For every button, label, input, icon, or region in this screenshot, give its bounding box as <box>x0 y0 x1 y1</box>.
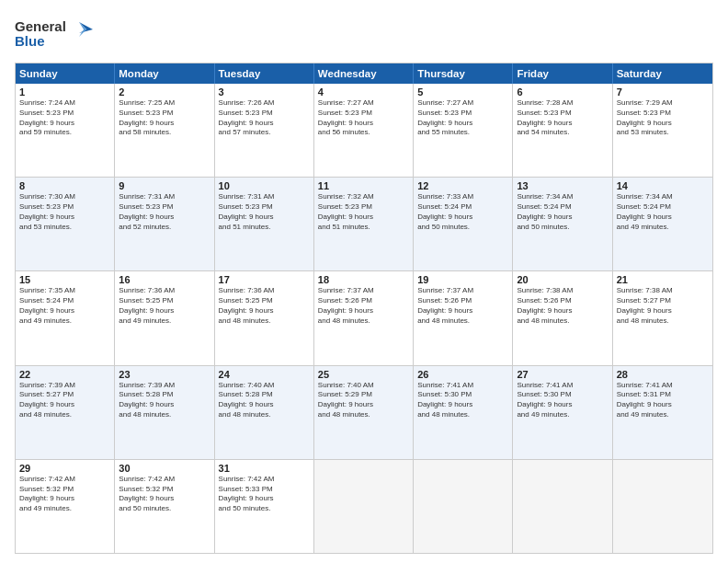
calendar-body: 1Sunrise: 7:24 AMSunset: 5:23 PMDaylight… <box>16 84 712 553</box>
day-number: 11 <box>318 180 409 191</box>
calendar-day: 18Sunrise: 7:37 AMSunset: 5:26 PMDayligh… <box>314 271 414 364</box>
day-number: 12 <box>417 180 508 191</box>
day-info: Sunrise: 7:37 AMSunset: 5:26 PMDaylight:… <box>318 286 409 326</box>
svg-text:Blue: Blue <box>15 33 45 49</box>
day-number: 28 <box>617 369 709 380</box>
day-number: 26 <box>417 369 508 380</box>
day-info: Sunrise: 7:32 AMSunset: 5:23 PMDaylight:… <box>318 192 409 232</box>
day-info: Sunrise: 7:25 AMSunset: 5:23 PMDaylight:… <box>119 98 210 138</box>
day-number: 2 <box>119 86 210 98</box>
day-info: Sunrise: 7:41 AMSunset: 5:31 PMDaylight:… <box>617 381 709 420</box>
logo-text: General Blue <box>15 15 97 55</box>
calendar-week: 22Sunrise: 7:39 AMSunset: 5:27 PMDayligh… <box>16 366 712 460</box>
calendar-day: 24Sunrise: 7:40 AMSunset: 5:28 PMDayligh… <box>215 366 314 459</box>
calendar-week: 8Sunrise: 7:30 AMSunset: 5:23 PMDaylight… <box>16 178 712 271</box>
calendar-day: 3Sunrise: 7:26 AMSunset: 5:23 PMDaylight… <box>215 84 314 177</box>
calendar-day: 4Sunrise: 7:27 AMSunset: 5:23 PMDaylight… <box>314 84 414 177</box>
day-number: 22 <box>19 369 110 380</box>
day-info: Sunrise: 7:28 AMSunset: 5:23 PMDaylight:… <box>517 98 608 138</box>
day-info: Sunrise: 7:30 AMSunset: 5:23 PMDaylight:… <box>19 192 110 232</box>
day-info: Sunrise: 7:34 AMSunset: 5:24 PMDaylight:… <box>617 192 709 232</box>
empty-cell <box>613 460 712 553</box>
day-info: Sunrise: 7:31 AMSunset: 5:23 PMDaylight:… <box>219 192 310 232</box>
calendar-day: 9Sunrise: 7:31 AMSunset: 5:23 PMDaylight… <box>115 178 214 270</box>
calendar-day: 14Sunrise: 7:34 AMSunset: 5:24 PMDayligh… <box>613 178 712 270</box>
day-number: 30 <box>119 463 210 474</box>
day-info: Sunrise: 7:39 AMSunset: 5:28 PMDaylight:… <box>119 381 210 420</box>
day-number: 23 <box>119 369 210 380</box>
day-number: 16 <box>119 274 210 285</box>
day-number: 3 <box>219 86 310 98</box>
calendar-day: 22Sunrise: 7:39 AMSunset: 5:27 PMDayligh… <box>16 366 115 459</box>
calendar-day: 11Sunrise: 7:32 AMSunset: 5:23 PMDayligh… <box>314 178 414 270</box>
calendar-day: 26Sunrise: 7:41 AMSunset: 5:30 PMDayligh… <box>414 366 513 459</box>
day-info: Sunrise: 7:41 AMSunset: 5:30 PMDaylight:… <box>417 381 508 420</box>
calendar-day: 31Sunrise: 7:42 AMSunset: 5:33 PMDayligh… <box>215 460 314 553</box>
calendar-header: SundayMondayTuesdayWednesdayThursdayFrid… <box>16 63 712 84</box>
header-day: Friday <box>513 63 612 84</box>
day-info: Sunrise: 7:40 AMSunset: 5:28 PMDaylight:… <box>219 381 310 420</box>
calendar-day: 1Sunrise: 7:24 AMSunset: 5:23 PMDaylight… <box>16 84 115 177</box>
day-number: 4 <box>318 86 409 98</box>
calendar-day: 8Sunrise: 7:30 AMSunset: 5:23 PMDaylight… <box>16 178 115 270</box>
calendar-day: 25Sunrise: 7:40 AMSunset: 5:29 PMDayligh… <box>314 366 414 459</box>
calendar-day: 21Sunrise: 7:38 AMSunset: 5:27 PMDayligh… <box>613 271 712 364</box>
day-info: Sunrise: 7:34 AMSunset: 5:24 PMDaylight:… <box>517 192 608 232</box>
day-number: 8 <box>19 180 110 191</box>
header: General Blue <box>15 15 713 55</box>
day-info: Sunrise: 7:38 AMSunset: 5:26 PMDaylight:… <box>517 286 608 326</box>
day-number: 21 <box>617 274 709 285</box>
calendar-day: 12Sunrise: 7:33 AMSunset: 5:24 PMDayligh… <box>414 178 513 270</box>
day-number: 10 <box>219 180 310 191</box>
calendar-day: 10Sunrise: 7:31 AMSunset: 5:23 PMDayligh… <box>215 178 314 270</box>
calendar-day: 30Sunrise: 7:42 AMSunset: 5:32 PMDayligh… <box>115 460 214 553</box>
empty-cell <box>414 460 513 553</box>
calendar: SundayMondayTuesdayWednesdayThursdayFrid… <box>15 63 713 554</box>
day-info: Sunrise: 7:42 AMSunset: 5:32 PMDaylight:… <box>119 475 210 514</box>
day-info: Sunrise: 7:40 AMSunset: 5:29 PMDaylight:… <box>318 381 409 420</box>
day-number: 7 <box>617 86 709 98</box>
day-number: 31 <box>219 463 310 474</box>
day-number: 18 <box>318 274 409 285</box>
calendar-day: 28Sunrise: 7:41 AMSunset: 5:31 PMDayligh… <box>613 366 712 459</box>
calendar-day: 7Sunrise: 7:29 AMSunset: 5:23 PMDaylight… <box>613 84 712 177</box>
day-info: Sunrise: 7:39 AMSunset: 5:27 PMDaylight:… <box>19 381 110 420</box>
day-info: Sunrise: 7:36 AMSunset: 5:25 PMDaylight:… <box>219 286 310 326</box>
calendar-day: 29Sunrise: 7:42 AMSunset: 5:32 PMDayligh… <box>16 460 115 553</box>
calendar-day: 20Sunrise: 7:38 AMSunset: 5:26 PMDayligh… <box>513 271 612 364</box>
day-number: 17 <box>219 274 310 285</box>
calendar-day: 13Sunrise: 7:34 AMSunset: 5:24 PMDayligh… <box>513 178 612 270</box>
day-number: 25 <box>318 369 409 380</box>
day-number: 15 <box>19 274 110 285</box>
day-info: Sunrise: 7:24 AMSunset: 5:23 PMDaylight:… <box>19 98 110 138</box>
svg-text:General: General <box>15 18 66 34</box>
day-number: 19 <box>417 274 508 285</box>
header-day: Monday <box>115 63 214 84</box>
empty-cell <box>513 460 612 553</box>
day-number: 6 <box>517 86 608 98</box>
day-info: Sunrise: 7:41 AMSunset: 5:30 PMDaylight:… <box>517 381 608 420</box>
calendar-day: 5Sunrise: 7:27 AMSunset: 5:23 PMDaylight… <box>414 84 513 177</box>
day-info: Sunrise: 7:26 AMSunset: 5:23 PMDaylight:… <box>219 98 310 138</box>
day-number: 14 <box>617 180 709 191</box>
svg-marker-2 <box>79 22 93 33</box>
day-number: 29 <box>19 463 110 474</box>
day-info: Sunrise: 7:38 AMSunset: 5:27 PMDaylight:… <box>617 286 709 326</box>
day-info: Sunrise: 7:31 AMSunset: 5:23 PMDaylight:… <box>119 192 210 232</box>
calendar-day: 27Sunrise: 7:41 AMSunset: 5:30 PMDayligh… <box>513 366 612 459</box>
header-day: Thursday <box>414 63 513 84</box>
day-info: Sunrise: 7:42 AMSunset: 5:33 PMDaylight:… <box>219 475 310 514</box>
day-number: 13 <box>517 180 608 191</box>
day-info: Sunrise: 7:33 AMSunset: 5:24 PMDaylight:… <box>417 192 508 232</box>
calendar-day: 6Sunrise: 7:28 AMSunset: 5:23 PMDaylight… <box>513 84 612 177</box>
calendar-day: 2Sunrise: 7:25 AMSunset: 5:23 PMDaylight… <box>115 84 214 177</box>
header-day: Tuesday <box>215 63 314 84</box>
calendar-week: 29Sunrise: 7:42 AMSunset: 5:32 PMDayligh… <box>16 460 712 553</box>
day-number: 1 <box>19 86 110 98</box>
day-info: Sunrise: 7:27 AMSunset: 5:23 PMDaylight:… <box>318 98 409 138</box>
day-info: Sunrise: 7:27 AMSunset: 5:23 PMDaylight:… <box>417 98 508 138</box>
header-day: Sunday <box>16 63 115 84</box>
calendar-day: 16Sunrise: 7:36 AMSunset: 5:25 PMDayligh… <box>115 271 214 364</box>
calendar-day: 15Sunrise: 7:35 AMSunset: 5:24 PMDayligh… <box>16 271 115 364</box>
day-number: 9 <box>119 180 210 191</box>
